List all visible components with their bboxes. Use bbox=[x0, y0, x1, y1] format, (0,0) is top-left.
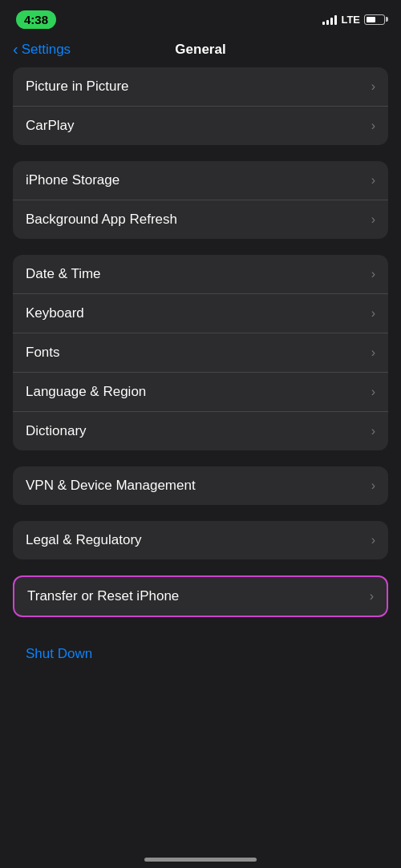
settings-group-4: VPN & Device Management › bbox=[13, 466, 388, 505]
signal-bar-4 bbox=[334, 15, 337, 25]
settings-group-5: Legal & Regulatory › bbox=[13, 521, 388, 559]
page-title: General bbox=[175, 42, 225, 58]
sidebar-item-picture-in-picture[interactable]: Picture in Picture › bbox=[13, 67, 388, 107]
signal-bar-2 bbox=[326, 20, 329, 25]
back-button[interactable]: ‹ Settings bbox=[13, 41, 71, 59]
status-icons: LTE bbox=[322, 14, 385, 26]
chevron-icon: › bbox=[371, 424, 375, 438]
row-label: CarPlay bbox=[26, 118, 74, 134]
sidebar-item-transfer-reset-iphone[interactable]: Transfer or Reset iPhone › bbox=[14, 577, 387, 616]
sidebar-item-keyboard[interactable]: Keyboard › bbox=[13, 294, 388, 333]
shutdown-section: Shut Down bbox=[13, 633, 388, 675]
chevron-icon: › bbox=[371, 173, 375, 188]
signal-bar-3 bbox=[330, 18, 333, 25]
row-label: Transfer or Reset iPhone bbox=[27, 588, 179, 604]
sidebar-item-dictionary[interactable]: Dictionary › bbox=[13, 412, 388, 450]
sidebar-item-fonts[interactable]: Fonts › bbox=[13, 333, 388, 373]
chevron-icon: › bbox=[371, 306, 375, 321]
chevron-icon: › bbox=[371, 533, 375, 547]
row-label: Fonts bbox=[26, 345, 60, 361]
chevron-icon: › bbox=[371, 345, 375, 360]
status-time: 4:38 bbox=[16, 10, 56, 29]
settings-group-transfer-reset: Transfer or Reset iPhone › bbox=[13, 575, 388, 617]
signal-bar-1 bbox=[322, 22, 325, 25]
row-label: Date & Time bbox=[26, 266, 101, 282]
settings-group-3: Date & Time › Keyboard › Fonts › Languag… bbox=[13, 255, 388, 450]
status-bar: 4:38 LTE bbox=[0, 0, 401, 35]
sidebar-item-iphone-storage[interactable]: iPhone Storage › bbox=[13, 161, 388, 200]
row-label: Dictionary bbox=[26, 423, 87, 439]
shutdown-button[interactable]: Shut Down bbox=[26, 646, 92, 661]
battery-fill bbox=[367, 17, 375, 22]
settings-group-1: Picture in Picture › CarPlay › bbox=[13, 67, 388, 145]
row-label: Language & Region bbox=[26, 384, 146, 400]
row-label: Keyboard bbox=[26, 305, 84, 321]
sidebar-item-carplay[interactable]: CarPlay › bbox=[13, 107, 388, 145]
battery-icon bbox=[364, 14, 385, 25]
settings-content: Picture in Picture › CarPlay › iPhone St… bbox=[0, 67, 401, 675]
row-label: Legal & Regulatory bbox=[26, 532, 142, 548]
sidebar-item-date-time[interactable]: Date & Time › bbox=[13, 255, 388, 294]
chevron-icon: › bbox=[371, 267, 375, 281]
row-label: iPhone Storage bbox=[26, 172, 119, 188]
chevron-icon: › bbox=[371, 212, 375, 227]
signal-bars-icon bbox=[322, 14, 337, 25]
battery-body bbox=[364, 14, 385, 25]
sidebar-item-legal-regulatory[interactable]: Legal & Regulatory › bbox=[13, 521, 388, 559]
settings-group-2: iPhone Storage › Background App Refresh … bbox=[13, 161, 388, 239]
sidebar-item-background-app-refresh[interactable]: Background App Refresh › bbox=[13, 200, 388, 239]
home-indicator bbox=[144, 858, 257, 862]
row-label: VPN & Device Management bbox=[26, 478, 196, 494]
lte-label: LTE bbox=[341, 14, 360, 26]
chevron-icon: › bbox=[371, 385, 375, 399]
chevron-icon: › bbox=[370, 589, 374, 604]
sidebar-item-language-region[interactable]: Language & Region › bbox=[13, 373, 388, 412]
chevron-icon: › bbox=[371, 478, 375, 493]
chevron-icon: › bbox=[371, 119, 375, 133]
row-label: Background App Refresh bbox=[26, 212, 177, 228]
chevron-icon: › bbox=[371, 79, 375, 94]
nav-bar: ‹ Settings General bbox=[0, 35, 401, 67]
row-label: Picture in Picture bbox=[26, 79, 129, 95]
back-chevron-icon: ‹ bbox=[13, 40, 18, 59]
sidebar-item-vpn-device-management[interactable]: VPN & Device Management › bbox=[13, 466, 388, 505]
back-label: Settings bbox=[22, 42, 71, 58]
